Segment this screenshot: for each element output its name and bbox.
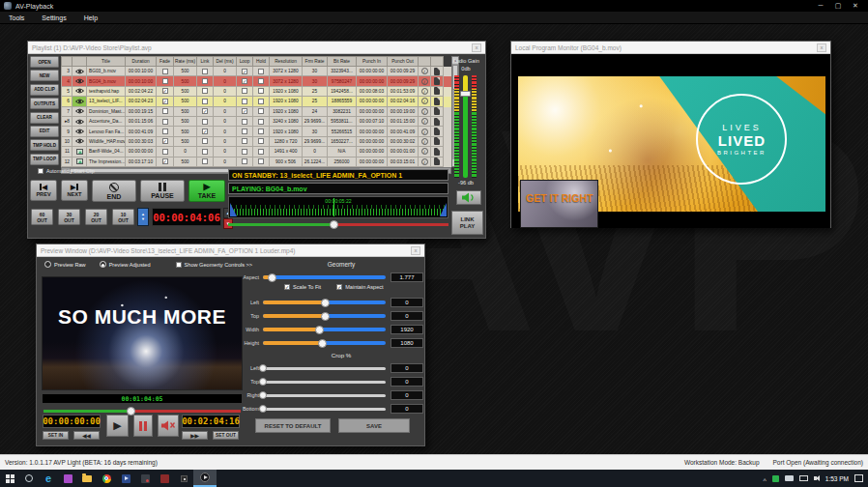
button-add-clip[interactable]: ADD CLIP <box>30 84 59 96</box>
file-icon[interactable] <box>434 68 440 75</box>
folder-icon[interactable] <box>785 475 794 481</box>
column-header[interactable]: Punch In <box>357 56 388 67</box>
mail-icon[interactable] <box>58 470 77 487</box>
column-header[interactable]: Rate (ms) <box>174 56 197 67</box>
playlist-progress-bar[interactable] <box>228 220 448 229</box>
file-icon[interactable] <box>434 77 440 85</box>
column-header[interactable]: Loop <box>237 56 253 67</box>
taskbar-clock[interactable]: 1:53 PM <box>825 475 849 482</box>
playlist-row-12[interactable]: 12The Impression...00:03:17:10✓5000900 x… <box>61 158 451 167</box>
info-icon[interactable]: i <box>421 68 428 74</box>
slider-knob[interactable] <box>321 299 330 307</box>
bottom-slider[interactable] <box>263 408 386 411</box>
slider-knob[interactable] <box>259 391 267 399</box>
preview-play-button[interactable]: ▶ <box>106 415 129 437</box>
preview-pause-button[interactable] <box>133 415 153 437</box>
menu-settings[interactable]: Settings <box>33 14 74 21</box>
slider-knob[interactable] <box>268 273 276 282</box>
playlist-row-3[interactable]: 3BG03_b.mov00:00:10:005000✓3072 x 128030… <box>61 67 451 76</box>
column-header[interactable]: Frm Rate <box>303 56 328 67</box>
info-icon[interactable]: i <box>421 129 428 135</box>
info-icon[interactable]: i <box>421 78 428 85</box>
playlist-row-7[interactable]: 7Dominion_Mast...00:00:19:15500✓0✓1920 x… <box>61 107 451 117</box>
audio-gain-knob[interactable] <box>460 91 471 97</box>
column-header[interactable]: Bit Rate <box>328 56 357 67</box>
playlist-row-4[interactable]: 4BG04_b.mov00:00:10:005000✓3072 x 128030… <box>61 76 451 86</box>
file-icon[interactable] <box>434 128 440 135</box>
file-icon[interactable] <box>434 137 440 145</box>
fast-forward-button[interactable]: ▶▶ <box>182 431 208 440</box>
button-tmp-hold[interactable]: TMP HOLD <box>30 139 59 151</box>
preview-window-titlebar[interactable]: Preview Window (D:\AVP-Video Store\13_is… <box>37 244 424 257</box>
button-10-out[interactable]: 10OUT <box>112 209 134 225</box>
preview-adjusted-radio[interactable] <box>100 261 106 268</box>
menu-tools[interactable]: Tools <box>0 14 33 21</box>
playlist-row-11[interactable]: 11Banff-Wide_04...00:00:00:00001491 x 40… <box>61 147 451 157</box>
button-30-out[interactable]: 30OUT <box>58 209 80 225</box>
column-header[interactable] <box>431 56 444 67</box>
scale-to-fit-checkbox[interactable]: ✓ <box>284 284 290 290</box>
av-playback-icon[interactable] <box>193 470 217 487</box>
rewind-button[interactable]: ◀◀ <box>73 431 100 440</box>
file-icon[interactable] <box>434 87 440 95</box>
column-header[interactable]: Fade <box>157 56 174 67</box>
playlist-row-8[interactable]: ▸8Accenture_Da...00:01:15:0650003240 x 1… <box>61 117 451 127</box>
playlist-row-10[interactable]: 10Wildlife_HAP.mov00:00:30:03✓50001280 x… <box>61 137 451 147</box>
button-20-out[interactable]: 20OUT <box>85 209 107 225</box>
button-new[interactable]: NEW <box>30 70 59 81</box>
reset-to-default-button[interactable]: RESET TO DEFAULT <box>255 418 331 433</box>
column-header[interactable]: Resolution <box>270 56 303 67</box>
take-button[interactable]: ▶ TAKE <box>188 180 225 202</box>
button-edit[interactable]: EDIT <box>30 126 59 137</box>
top-slider[interactable] <box>263 314 386 318</box>
playlist-window-titlebar[interactable]: Playlist (1) D:\AVP-Video Store\Playlist… <box>28 42 485 54</box>
button-clear[interactable]: CLEAR <box>30 112 59 124</box>
chevron-up-icon[interactable]: ^ <box>763 470 766 487</box>
slider-knob[interactable] <box>259 405 267 413</box>
column-header[interactable]: Punch Out <box>388 56 419 67</box>
screen-capture-icon[interactable] <box>174 470 193 487</box>
column-header[interactable] <box>61 56 72 67</box>
info-icon[interactable]: i <box>421 148 428 155</box>
column-header[interactable]: Title <box>87 56 126 67</box>
next-button[interactable]: ▶ NEXT <box>61 180 88 201</box>
auto-start-box[interactable] <box>38 168 43 174</box>
status-green-icon[interactable] <box>772 475 779 482</box>
edge-icon[interactable]: e <box>39 470 58 487</box>
info-icon[interactable]: i <box>421 158 428 165</box>
slider-knob[interactable] <box>315 326 324 334</box>
info-icon[interactable]: i <box>421 88 428 95</box>
prev-button[interactable]: ◀ PREV <box>30 180 57 201</box>
preview-close-icon[interactable]: x <box>411 246 420 255</box>
column-header[interactable] <box>419 56 431 67</box>
playlist-row-6[interactable]: 613_iselect_LIF...00:02:04:23✓50001920 x… <box>61 97 451 106</box>
playlist-row-5[interactable]: 5testhapvid.hap00:02:04:22✓50001920 x 10… <box>61 87 451 97</box>
playlist-close-icon[interactable]: x <box>472 43 481 52</box>
aspect-slider[interactable] <box>263 275 386 279</box>
maintain-aspect-checkbox[interactable]: ✓ <box>336 284 342 290</box>
height-slider[interactable] <box>263 341 386 345</box>
show-geometry-checkbox[interactable] <box>176 262 182 268</box>
pause-button[interactable]: PAUSE <box>140 180 185 202</box>
app-red-icon[interactable] <box>155 470 174 487</box>
minimize-icon[interactable]: ─ <box>812 0 829 12</box>
button-tmp-loop[interactable]: TMP LOOP <box>30 154 59 165</box>
column-header[interactable] <box>72 56 87 67</box>
action-center-icon[interactable] <box>854 474 863 482</box>
file-explorer-icon[interactable] <box>77 470 97 487</box>
display-icon[interactable] <box>799 475 808 481</box>
link-play-button[interactable]: LINK PLAY <box>451 211 483 235</box>
left-slider[interactable] <box>263 301 386 304</box>
app-gray-icon[interactable] <box>135 470 155 487</box>
start-icon[interactable] <box>0 470 19 487</box>
column-header[interactable]: Duration <box>126 56 157 67</box>
media-player-icon[interactable] <box>116 470 135 487</box>
info-icon[interactable]: i <box>421 108 428 115</box>
speaker-button[interactable] <box>456 190 481 205</box>
button-open[interactable]: OPEN <box>30 56 59 68</box>
file-icon[interactable] <box>434 98 440 105</box>
menu-help[interactable]: Help <box>75 14 106 21</box>
left-slider[interactable] <box>263 367 386 370</box>
auto-start-checkbox[interactable]: Automaticly Start Clip <box>38 168 95 174</box>
audio-gain-slider[interactable] <box>463 75 468 178</box>
